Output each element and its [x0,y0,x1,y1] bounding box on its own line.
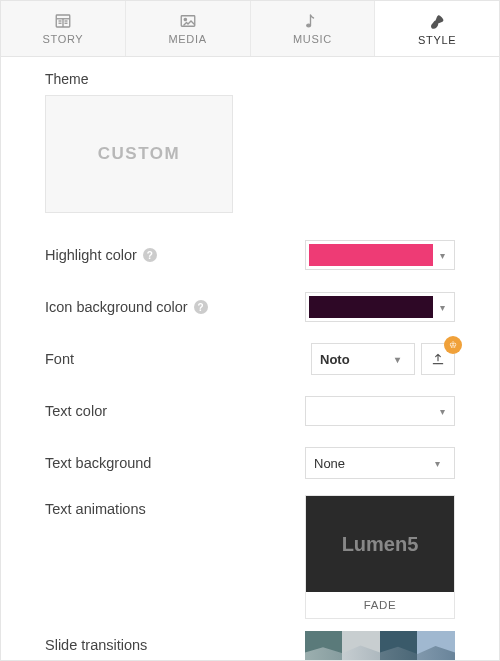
font-label: Font [45,351,74,367]
theme-label: Theme [45,71,455,87]
color-swatch [309,400,433,422]
icon-bg-color-picker[interactable]: ▾ [305,292,455,322]
media-icon [179,12,197,30]
premium-badge: ♔ [444,336,462,354]
text-animations-label: Text animations [45,495,146,517]
tab-media[interactable]: MEDIA [126,1,251,56]
story-icon [54,12,72,30]
tab-story[interactable]: STORY [1,1,126,56]
animation-name: FADE [306,592,454,618]
text-background-label: Text background [45,455,151,471]
text-background-select[interactable]: None ▾ [305,447,455,479]
upload-font-button[interactable]: ♔ [421,343,455,375]
slide-transitions-label: Slide transitions [45,631,147,653]
chevron-down-icon: ▾ [433,250,451,261]
highlight-color-picker[interactable]: ▾ [305,240,455,270]
tab-music[interactable]: MUSIC [251,1,376,56]
music-icon [303,12,321,30]
style-panel: Theme CUSTOM Highlight color ? ▾ Icon ba… [1,57,499,661]
tab-label: MEDIA [168,33,206,45]
text-animation-card[interactable]: Lumen5 FADE [305,495,455,619]
text-color-label: Text color [45,403,107,419]
color-swatch [309,244,433,266]
tab-label: MUSIC [293,33,332,45]
animation-preview: Lumen5 [306,496,454,592]
font-value: Noto [320,352,388,367]
tab-label: STORY [42,33,83,45]
chevron-down-icon: ▾ [388,354,406,365]
style-icon [428,13,446,31]
text-bg-value: None [314,456,428,471]
upload-icon [431,352,445,366]
font-select[interactable]: Noto ▾ [311,343,415,375]
chevron-down-icon: ▾ [433,406,451,417]
theme-name: CUSTOM [98,144,180,164]
help-icon[interactable]: ? [194,300,208,314]
text-color-picker[interactable]: ▾ [305,396,455,426]
color-swatch [309,296,433,318]
tab-label: STYLE [418,34,456,46]
svg-point-8 [184,18,186,20]
icon-bg-color-label: Icon background color ? [45,299,208,315]
tab-style[interactable]: STYLE [375,1,499,56]
slide-transition-card[interactable] [305,631,455,661]
chevron-down-icon: ▾ [428,458,446,469]
theme-card-custom[interactable]: CUSTOM [45,95,233,213]
main-tabs: STORY MEDIA MUSIC STYLE [1,1,499,57]
chevron-down-icon: ▾ [433,302,451,313]
help-icon[interactable]: ? [143,248,157,262]
highlight-color-label: Highlight color ? [45,247,157,263]
svg-point-10 [307,24,311,27]
